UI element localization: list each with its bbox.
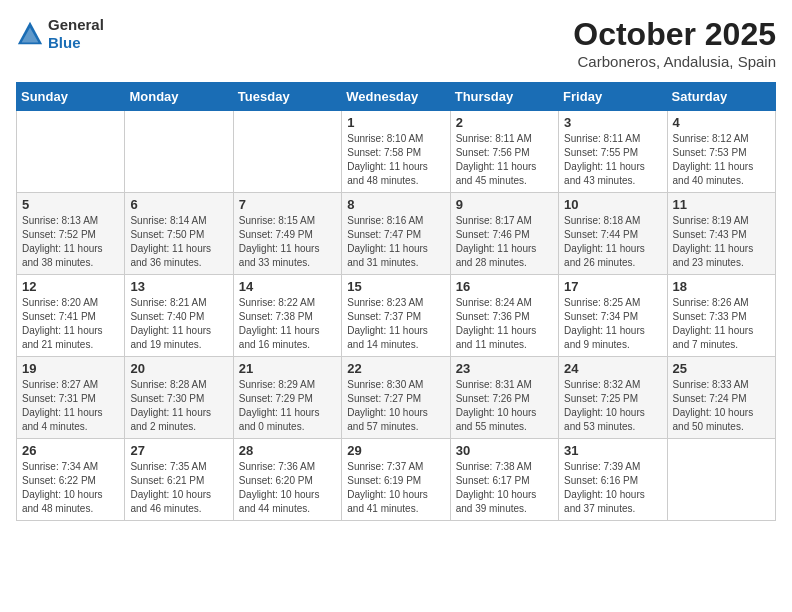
calendar-cell: 9Sunrise: 8:17 AMSunset: 7:46 PMDaylight… bbox=[450, 193, 558, 275]
location-subtitle: Carboneros, Andalusia, Spain bbox=[573, 53, 776, 70]
calendar-cell: 11Sunrise: 8:19 AMSunset: 7:43 PMDayligh… bbox=[667, 193, 775, 275]
calendar-cell: 27Sunrise: 7:35 AMSunset: 6:21 PMDayligh… bbox=[125, 439, 233, 521]
day-info: Sunrise: 8:27 AMSunset: 7:31 PMDaylight:… bbox=[22, 378, 119, 434]
day-number: 24 bbox=[564, 361, 661, 376]
calendar-cell: 5Sunrise: 8:13 AMSunset: 7:52 PMDaylight… bbox=[17, 193, 125, 275]
day-number: 30 bbox=[456, 443, 553, 458]
day-info: Sunrise: 8:32 AMSunset: 7:25 PMDaylight:… bbox=[564, 378, 661, 434]
calendar-cell: 25Sunrise: 8:33 AMSunset: 7:24 PMDayligh… bbox=[667, 357, 775, 439]
day-number: 7 bbox=[239, 197, 336, 212]
calendar-cell: 7Sunrise: 8:15 AMSunset: 7:49 PMDaylight… bbox=[233, 193, 341, 275]
day-number: 25 bbox=[673, 361, 770, 376]
calendar-cell: 14Sunrise: 8:22 AMSunset: 7:38 PMDayligh… bbox=[233, 275, 341, 357]
weekday-header-saturday: Saturday bbox=[667, 83, 775, 111]
day-number: 31 bbox=[564, 443, 661, 458]
day-info: Sunrise: 8:18 AMSunset: 7:44 PMDaylight:… bbox=[564, 214, 661, 270]
calendar-cell: 8Sunrise: 8:16 AMSunset: 7:47 PMDaylight… bbox=[342, 193, 450, 275]
day-info: Sunrise: 8:19 AMSunset: 7:43 PMDaylight:… bbox=[673, 214, 770, 270]
day-number: 22 bbox=[347, 361, 444, 376]
calendar-cell: 22Sunrise: 8:30 AMSunset: 7:27 PMDayligh… bbox=[342, 357, 450, 439]
day-info: Sunrise: 8:28 AMSunset: 7:30 PMDaylight:… bbox=[130, 378, 227, 434]
day-info: Sunrise: 7:35 AMSunset: 6:21 PMDaylight:… bbox=[130, 460, 227, 516]
calendar-cell: 3Sunrise: 8:11 AMSunset: 7:55 PMDaylight… bbox=[559, 111, 667, 193]
day-info: Sunrise: 8:11 AMSunset: 7:55 PMDaylight:… bbox=[564, 132, 661, 188]
day-info: Sunrise: 8:29 AMSunset: 7:29 PMDaylight:… bbox=[239, 378, 336, 434]
calendar-cell: 26Sunrise: 7:34 AMSunset: 6:22 PMDayligh… bbox=[17, 439, 125, 521]
day-number: 20 bbox=[130, 361, 227, 376]
day-info: Sunrise: 8:15 AMSunset: 7:49 PMDaylight:… bbox=[239, 214, 336, 270]
day-number: 9 bbox=[456, 197, 553, 212]
logo-icon bbox=[16, 20, 44, 48]
calendar-cell: 23Sunrise: 8:31 AMSunset: 7:26 PMDayligh… bbox=[450, 357, 558, 439]
calendar-week-1: 1Sunrise: 8:10 AMSunset: 7:58 PMDaylight… bbox=[17, 111, 776, 193]
day-number: 11 bbox=[673, 197, 770, 212]
day-number: 29 bbox=[347, 443, 444, 458]
day-info: Sunrise: 8:30 AMSunset: 7:27 PMDaylight:… bbox=[347, 378, 444, 434]
calendar-cell: 12Sunrise: 8:20 AMSunset: 7:41 PMDayligh… bbox=[17, 275, 125, 357]
weekday-header-friday: Friday bbox=[559, 83, 667, 111]
day-number: 10 bbox=[564, 197, 661, 212]
day-info: Sunrise: 8:21 AMSunset: 7:40 PMDaylight:… bbox=[130, 296, 227, 352]
day-info: Sunrise: 8:10 AMSunset: 7:58 PMDaylight:… bbox=[347, 132, 444, 188]
day-number: 15 bbox=[347, 279, 444, 294]
day-number: 13 bbox=[130, 279, 227, 294]
day-info: Sunrise: 8:14 AMSunset: 7:50 PMDaylight:… bbox=[130, 214, 227, 270]
day-number: 14 bbox=[239, 279, 336, 294]
day-number: 23 bbox=[456, 361, 553, 376]
calendar-table: SundayMondayTuesdayWednesdayThursdayFrid… bbox=[16, 82, 776, 521]
calendar-cell: 17Sunrise: 8:25 AMSunset: 7:34 PMDayligh… bbox=[559, 275, 667, 357]
day-number: 1 bbox=[347, 115, 444, 130]
day-info: Sunrise: 8:23 AMSunset: 7:37 PMDaylight:… bbox=[347, 296, 444, 352]
day-info: Sunrise: 8:24 AMSunset: 7:36 PMDaylight:… bbox=[456, 296, 553, 352]
calendar-cell: 1Sunrise: 8:10 AMSunset: 7:58 PMDaylight… bbox=[342, 111, 450, 193]
day-info: Sunrise: 8:17 AMSunset: 7:46 PMDaylight:… bbox=[456, 214, 553, 270]
title-block: October 2025 Carboneros, Andalusia, Spai… bbox=[573, 16, 776, 70]
calendar-cell: 18Sunrise: 8:26 AMSunset: 7:33 PMDayligh… bbox=[667, 275, 775, 357]
calendar-cell bbox=[233, 111, 341, 193]
calendar-cell: 4Sunrise: 8:12 AMSunset: 7:53 PMDaylight… bbox=[667, 111, 775, 193]
day-info: Sunrise: 8:11 AMSunset: 7:56 PMDaylight:… bbox=[456, 132, 553, 188]
day-info: Sunrise: 7:37 AMSunset: 6:19 PMDaylight:… bbox=[347, 460, 444, 516]
calendar-cell bbox=[17, 111, 125, 193]
day-number: 26 bbox=[22, 443, 119, 458]
day-number: 28 bbox=[239, 443, 336, 458]
day-info: Sunrise: 8:31 AMSunset: 7:26 PMDaylight:… bbox=[456, 378, 553, 434]
calendar-week-5: 26Sunrise: 7:34 AMSunset: 6:22 PMDayligh… bbox=[17, 439, 776, 521]
day-number: 18 bbox=[673, 279, 770, 294]
calendar-cell: 6Sunrise: 8:14 AMSunset: 7:50 PMDaylight… bbox=[125, 193, 233, 275]
day-info: Sunrise: 8:33 AMSunset: 7:24 PMDaylight:… bbox=[673, 378, 770, 434]
calendar-cell: 16Sunrise: 8:24 AMSunset: 7:36 PMDayligh… bbox=[450, 275, 558, 357]
day-info: Sunrise: 7:39 AMSunset: 6:16 PMDaylight:… bbox=[564, 460, 661, 516]
calendar-cell: 19Sunrise: 8:27 AMSunset: 7:31 PMDayligh… bbox=[17, 357, 125, 439]
day-info: Sunrise: 8:22 AMSunset: 7:38 PMDaylight:… bbox=[239, 296, 336, 352]
day-number: 21 bbox=[239, 361, 336, 376]
logo: General Blue bbox=[16, 16, 104, 52]
day-info: Sunrise: 8:16 AMSunset: 7:47 PMDaylight:… bbox=[347, 214, 444, 270]
calendar-cell bbox=[125, 111, 233, 193]
calendar-week-4: 19Sunrise: 8:27 AMSunset: 7:31 PMDayligh… bbox=[17, 357, 776, 439]
weekday-header-monday: Monday bbox=[125, 83, 233, 111]
weekday-header-row: SundayMondayTuesdayWednesdayThursdayFrid… bbox=[17, 83, 776, 111]
day-number: 2 bbox=[456, 115, 553, 130]
day-info: Sunrise: 7:36 AMSunset: 6:20 PMDaylight:… bbox=[239, 460, 336, 516]
calendar-cell: 30Sunrise: 7:38 AMSunset: 6:17 PMDayligh… bbox=[450, 439, 558, 521]
day-number: 19 bbox=[22, 361, 119, 376]
logo-blue: Blue bbox=[48, 34, 81, 51]
calendar-cell: 15Sunrise: 8:23 AMSunset: 7:37 PMDayligh… bbox=[342, 275, 450, 357]
day-number: 17 bbox=[564, 279, 661, 294]
day-info: Sunrise: 7:34 AMSunset: 6:22 PMDaylight:… bbox=[22, 460, 119, 516]
day-number: 3 bbox=[564, 115, 661, 130]
logo-general: General bbox=[48, 16, 104, 33]
calendar-week-2: 5Sunrise: 8:13 AMSunset: 7:52 PMDaylight… bbox=[17, 193, 776, 275]
weekday-header-thursday: Thursday bbox=[450, 83, 558, 111]
weekday-header-sunday: Sunday bbox=[17, 83, 125, 111]
day-info: Sunrise: 7:38 AMSunset: 6:17 PMDaylight:… bbox=[456, 460, 553, 516]
weekday-header-tuesday: Tuesday bbox=[233, 83, 341, 111]
day-number: 8 bbox=[347, 197, 444, 212]
weekday-header-wednesday: Wednesday bbox=[342, 83, 450, 111]
day-number: 12 bbox=[22, 279, 119, 294]
day-number: 27 bbox=[130, 443, 227, 458]
day-number: 4 bbox=[673, 115, 770, 130]
day-info: Sunrise: 8:26 AMSunset: 7:33 PMDaylight:… bbox=[673, 296, 770, 352]
calendar-week-3: 12Sunrise: 8:20 AMSunset: 7:41 PMDayligh… bbox=[17, 275, 776, 357]
